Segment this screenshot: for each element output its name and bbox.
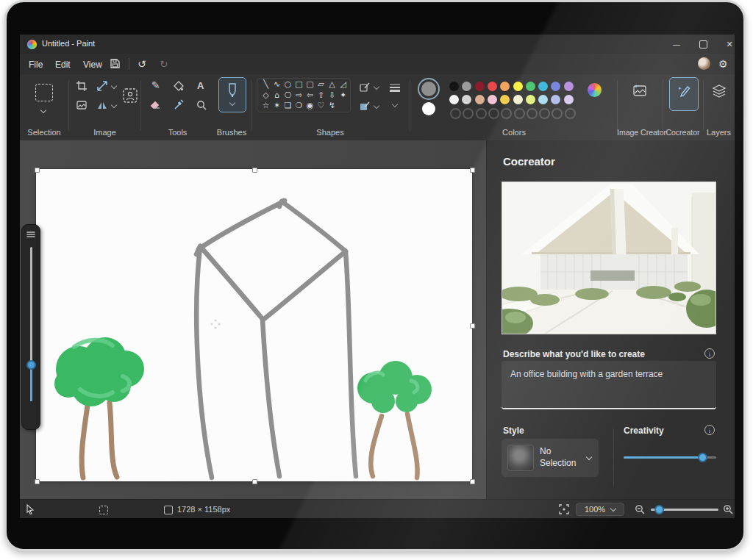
- zoom-slider-thumb[interactable]: [654, 505, 664, 514]
- eyedropper-icon[interactable]: [174, 99, 184, 110]
- account-avatar[interactable]: [698, 57, 710, 70]
- shape-star-six[interactable]: ✶: [271, 101, 282, 111]
- palette-color[interactable]: [488, 82, 497, 91]
- palette-empty-slot[interactable]: [476, 108, 487, 119]
- maximize-button[interactable]: [690, 35, 715, 54]
- shape-hexagon[interactable]: ⎔: [282, 90, 293, 101]
- shape-polygon[interactable]: ▱: [315, 79, 326, 90]
- pen-size-thumb[interactable]: [26, 360, 36, 370]
- palette-empty-slot[interactable]: [527, 108, 538, 119]
- palette-empty-slot[interactable]: [463, 108, 474, 119]
- layers-icon[interactable]: [712, 84, 727, 98]
- shape-line[interactable]: ╲: [260, 79, 271, 90]
- flip-icon[interactable]: [97, 100, 107, 110]
- palette-empty-slot[interactable]: [450, 108, 461, 119]
- palette-color[interactable]: [551, 82, 560, 91]
- palette-color[interactable]: [475, 95, 485, 104]
- shape-arrow-left[interactable]: ⇦: [304, 90, 315, 101]
- style-dropdown[interactable]: No Selection: [502, 439, 599, 477]
- palette-color[interactable]: [526, 82, 535, 91]
- shape-star-five[interactable]: ☆: [260, 101, 271, 111]
- layers-label[interactable]: Layers: [703, 128, 735, 137]
- settings-gear-icon[interactable]: ⚙: [718, 57, 728, 71]
- magnifier-icon[interactable]: [196, 100, 207, 110]
- image-thumbnail-icon[interactable]: [76, 100, 87, 110]
- palette-color[interactable]: [513, 82, 523, 91]
- crop-icon[interactable]: [76, 81, 87, 91]
- flip-chevron-down-icon[interactable]: [111, 102, 117, 108]
- palette-color[interactable]: [500, 82, 510, 91]
- text-tool-icon[interactable]: A: [197, 80, 204, 91]
- redo-button[interactable]: ↻: [160, 57, 168, 71]
- shape-callout-round[interactable]: ◉: [304, 101, 315, 111]
- shape-arrow-up[interactable]: ⇧: [315, 90, 326, 101]
- fit-to-screen-icon[interactable]: [559, 504, 569, 514]
- palette-color[interactable]: [500, 95, 510, 104]
- palette-color[interactable]: [488, 95, 497, 104]
- stroke-width-chevron-icon[interactable]: [392, 101, 398, 107]
- palette-color[interactable]: [449, 82, 459, 91]
- brushes-button[interactable]: [218, 77, 246, 112]
- ai-select-icon[interactable]: [122, 87, 138, 104]
- selection-chevron-down-icon[interactable]: [40, 107, 46, 113]
- zoom-level-dropdown[interactable]: 100%: [576, 503, 624, 516]
- palette-color[interactable]: [475, 82, 485, 91]
- shape-rectangle[interactable]: □: [293, 79, 304, 90]
- fill-bucket-icon[interactable]: [174, 81, 184, 91]
- shape-diamond[interactable]: ◇: [260, 90, 271, 101]
- palette-color[interactable]: [538, 95, 548, 104]
- image-creator-icon[interactable]: [632, 83, 647, 98]
- palette-color[interactable]: [462, 82, 471, 91]
- rectangle-select-icon[interactable]: [35, 84, 53, 101]
- resize-handle[interactable]: [252, 479, 257, 484]
- palette-empty-slot[interactable]: [539, 108, 550, 119]
- shape-pentagon[interactable]: ⌂: [271, 90, 282, 101]
- resize-handle[interactable]: [470, 168, 475, 173]
- palette-empty-slot[interactable]: [514, 108, 525, 119]
- palette-color[interactable]: [551, 95, 560, 104]
- palette-color[interactable]: [449, 95, 459, 104]
- color-wheel-button[interactable]: [588, 83, 602, 97]
- undo-button[interactable]: ↺: [138, 57, 146, 71]
- prompt-textarea[interactable]: An office building with a garden terrace: [502, 361, 716, 409]
- minimize-button[interactable]: —: [664, 35, 689, 54]
- menu-edit[interactable]: Edit: [51, 58, 75, 71]
- close-button[interactable]: ✕: [717, 35, 735, 54]
- resize-icon[interactable]: [97, 81, 107, 91]
- generated-image-preview[interactable]: [502, 182, 716, 334]
- shape-fill-chevron-icon[interactable]: [374, 103, 379, 109]
- menu-view[interactable]: View: [79, 58, 107, 71]
- palette-color[interactable]: [564, 95, 574, 104]
- cocreator-button[interactable]: [669, 77, 699, 111]
- shape-fill-icon[interactable]: [360, 101, 370, 111]
- resize-chevron-down-icon[interactable]: [111, 83, 117, 89]
- palette-empty-slot[interactable]: [565, 108, 576, 119]
- shape-star-four[interactable]: ✦: [338, 90, 349, 101]
- stroke-width-icon[interactable]: [389, 83, 401, 92]
- resize-handle[interactable]: [470, 479, 475, 484]
- shape-heart[interactable]: ♡: [315, 101, 326, 111]
- shape-arrow-down[interactable]: ⇩: [326, 90, 338, 101]
- shape-curve[interactable]: ∿: [271, 79, 282, 90]
- zoom-out-icon[interactable]: [635, 504, 645, 514]
- zoom-in-icon[interactable]: [723, 504, 733, 514]
- color1-swatch[interactable]: [421, 82, 436, 96]
- shape-outline-icon[interactable]: [360, 82, 370, 92]
- shape-callout-rectangle[interactable]: ❏: [282, 101, 293, 111]
- palette-color[interactable]: [526, 95, 535, 104]
- resize-handle[interactable]: [252, 168, 257, 173]
- save-button[interactable]: [110, 58, 121, 69]
- shape-rounded-rectangle[interactable]: ▢: [304, 79, 315, 90]
- shape-arrow-right[interactable]: ⇨: [293, 90, 304, 101]
- menu-file[interactable]: File: [24, 58, 47, 71]
- shape-lightning[interactable]: ↯: [326, 101, 338, 111]
- palette-empty-slot[interactable]: [501, 108, 512, 119]
- shape-callout-oval[interactable]: ❍: [293, 101, 304, 111]
- palette-color[interactable]: [462, 95, 471, 104]
- cocreator-label[interactable]: Cocreator: [663, 128, 703, 137]
- drawing-canvas[interactable]: [36, 169, 472, 481]
- zoom-slider[interactable]: [651, 509, 718, 511]
- pen-size-track[interactable]: [30, 247, 32, 401]
- resize-handle[interactable]: [35, 479, 40, 484]
- shape-outline-chevron-icon[interactable]: [374, 84, 379, 90]
